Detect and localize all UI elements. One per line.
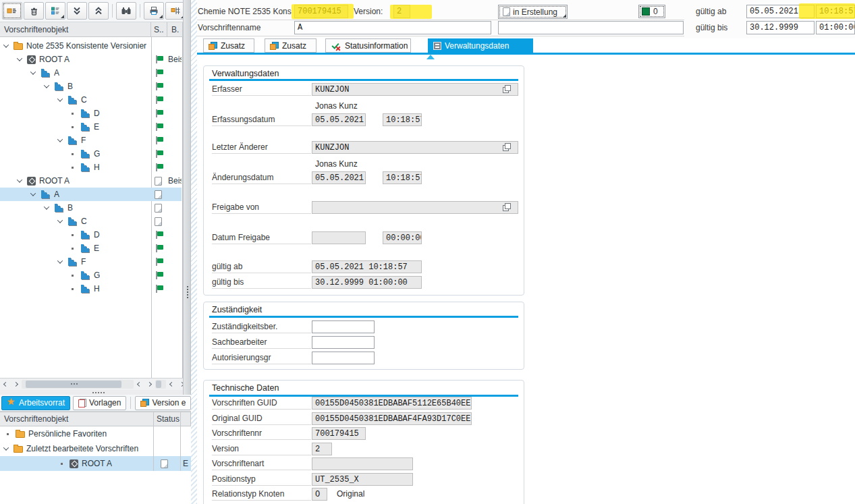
node-icon bbox=[40, 69, 51, 78]
tree-item[interactable]: C bbox=[0, 93, 182, 107]
zustaendigkeitsber-input[interactable] bbox=[312, 320, 375, 333]
chevron-down-icon[interactable] bbox=[57, 96, 63, 101]
erfasser-name-text: Jonas Kunz bbox=[315, 101, 358, 111]
tree-item[interactable]: B bbox=[0, 201, 182, 215]
delete-button[interactable] bbox=[24, 2, 44, 20]
tree-item[interactable]: D bbox=[0, 228, 182, 242]
trash-icon bbox=[28, 5, 39, 16]
dock-tab-version[interactable]: Version e bbox=[135, 396, 191, 410]
print-button[interactable] bbox=[144, 2, 164, 20]
chevron-down-icon[interactable] bbox=[30, 190, 36, 196]
chevron-down-icon[interactable] bbox=[17, 177, 22, 182]
group-verwaltungsdaten: Verwaltungsdaten Erfasser KUNZJON Jonas … bbox=[203, 65, 524, 296]
tree-item[interactable]: H bbox=[0, 282, 182, 296]
tree-item[interactable]: H bbox=[0, 161, 182, 174]
scroll-left-icon[interactable] bbox=[167, 380, 176, 389]
chevron-down-icon[interactable] bbox=[30, 69, 36, 74]
chevron-down-icon[interactable] bbox=[17, 55, 22, 61]
tree-item[interactable]: D bbox=[0, 107, 182, 120]
valid-from-date-field[interactable]: 05.05.2021 bbox=[746, 5, 815, 18]
focus-select-button[interactable] bbox=[2, 2, 22, 20]
chevron-down-icon[interactable] bbox=[57, 136, 63, 142]
tree-item[interactable]: C bbox=[0, 215, 182, 228]
layers-icon bbox=[270, 42, 279, 50]
tree-item-selected[interactable]: A bbox=[0, 188, 182, 201]
tree-item[interactable]: Note 2535 Konsistente Versionier bbox=[0, 39, 182, 53]
tab-zusatz-1[interactable]: Zusatz bbox=[203, 38, 254, 53]
node-icon bbox=[67, 258, 78, 267]
horizontal-scrollbar[interactable] bbox=[0, 378, 191, 390]
chevron-down-icon[interactable] bbox=[57, 258, 63, 263]
aenderungsdatum-date-field: 05.05.2021 bbox=[312, 171, 366, 184]
leaf-bullet-icon bbox=[61, 463, 63, 465]
tree-item[interactable]: E bbox=[0, 242, 182, 255]
chevron-down-icon[interactable] bbox=[3, 445, 9, 450]
valid-to-time-field[interactable]: 01:00:00 bbox=[816, 21, 855, 34]
sachbearbeiter-input[interactable] bbox=[312, 336, 375, 349]
document-icon bbox=[503, 7, 510, 16]
object-number-field[interactable]: 700179415 bbox=[294, 5, 348, 18]
dock-tab-separator bbox=[130, 397, 131, 409]
scroll-right-icon[interactable] bbox=[11, 380, 20, 389]
node-icon bbox=[80, 231, 90, 240]
vertical-splitter[interactable] bbox=[183, 0, 191, 395]
tree-item[interactable]: ROOT A Beisp bbox=[0, 53, 182, 66]
tree-item[interactable]: B bbox=[0, 80, 182, 93]
tree-item[interactable]: G bbox=[0, 269, 182, 282]
collapse-all-button[interactable] bbox=[67, 2, 87, 20]
chevron-down-icon[interactable] bbox=[3, 42, 9, 47]
chevron-down-icon[interactable] bbox=[44, 82, 49, 88]
tab-zusatz-2[interactable]: Zusatz bbox=[265, 38, 316, 53]
horizontal-splitter[interactable] bbox=[0, 390, 191, 395]
scroll-right-icon[interactable] bbox=[145, 380, 154, 389]
tree-item[interactable]: G bbox=[0, 147, 182, 161]
autorisierungsgr-input[interactable] bbox=[312, 352, 375, 364]
scrollbar-track[interactable] bbox=[22, 380, 134, 389]
tree-item[interactable]: F bbox=[0, 134, 182, 147]
name-input-2[interactable] bbox=[498, 21, 684, 34]
scroll-left-icon[interactable] bbox=[1, 380, 10, 389]
tab-verwaltungsdaten[interactable]: Verwaltungsdaten bbox=[428, 38, 533, 53]
dock-tab-arbeitsvorrat[interactable]: Arbeitsvorrat bbox=[1, 396, 70, 410]
binoculars-icon bbox=[121, 5, 132, 16]
tree-item[interactable]: E bbox=[0, 120, 182, 134]
original-guid-label: Original GUID bbox=[212, 412, 311, 425]
leaf-bullet-icon bbox=[72, 126, 74, 128]
name-label: Vorschriftenname bbox=[198, 21, 260, 34]
tree-item[interactable]: ROOT A Beisp bbox=[0, 174, 182, 188]
version-field[interactable]: 2 bbox=[393, 5, 410, 18]
chevron-down-icon[interactable] bbox=[44, 204, 49, 209]
tree-item[interactable]: Zuletzt bearbeitete Vorschriften bbox=[0, 441, 191, 456]
multi-value-icon[interactable] bbox=[502, 84, 512, 94]
tree-item-selected[interactable]: ROOT A E bbox=[0, 456, 191, 471]
tree-item[interactable]: A bbox=[0, 66, 182, 80]
erfasser-label: Erfasser bbox=[212, 83, 311, 96]
status-button[interactable]: in Erstellung bbox=[498, 5, 568, 19]
node-icon bbox=[80, 163, 90, 172]
aenderer-field: KUNZJON bbox=[312, 141, 518, 154]
node-icon bbox=[40, 190, 51, 199]
leaf-bullet-icon bbox=[72, 234, 74, 236]
multi-value-icon[interactable] bbox=[502, 202, 512, 212]
sachbearbeiter-label: Sachbearbeiter bbox=[212, 336, 311, 349]
scroll-left-icon[interactable] bbox=[135, 380, 144, 389]
dock-tab-vorlagen[interactable]: Vorlagen bbox=[73, 396, 126, 410]
chevron-down-icon[interactable] bbox=[57, 217, 63, 223]
erfassungsdatum-date-field: 05.05.2021 bbox=[312, 113, 366, 126]
leaf-bullet-icon bbox=[72, 113, 74, 115]
splitter-grip[interactable] bbox=[187, 286, 188, 287]
valid-to-date-field[interactable]: 30.12.9999 bbox=[746, 21, 815, 34]
find-button[interactable] bbox=[116, 2, 136, 20]
scrollbar-track[interactable] bbox=[155, 380, 166, 389]
name-input[interactable] bbox=[294, 21, 491, 34]
display-list-button[interactable] bbox=[45, 2, 65, 20]
expand-all-button[interactable] bbox=[88, 2, 109, 20]
valid-from-time-field[interactable]: 10:18:57 bbox=[816, 5, 855, 18]
tree-item[interactable]: F bbox=[0, 255, 182, 269]
group-technische-daten: Technische Daten Vorschriften GUID 00155… bbox=[203, 380, 524, 504]
tab-statusinformation[interactable]: Statusinformation bbox=[325, 38, 411, 53]
gueltig-ab-field: 05.05.2021 10:18:57 bbox=[312, 260, 422, 273]
multi-value-icon[interactable] bbox=[502, 142, 512, 152]
tree-item[interactable]: Persönliche Favoriten bbox=[0, 426, 191, 441]
status-light-button[interactable]: 0 bbox=[638, 5, 665, 18]
